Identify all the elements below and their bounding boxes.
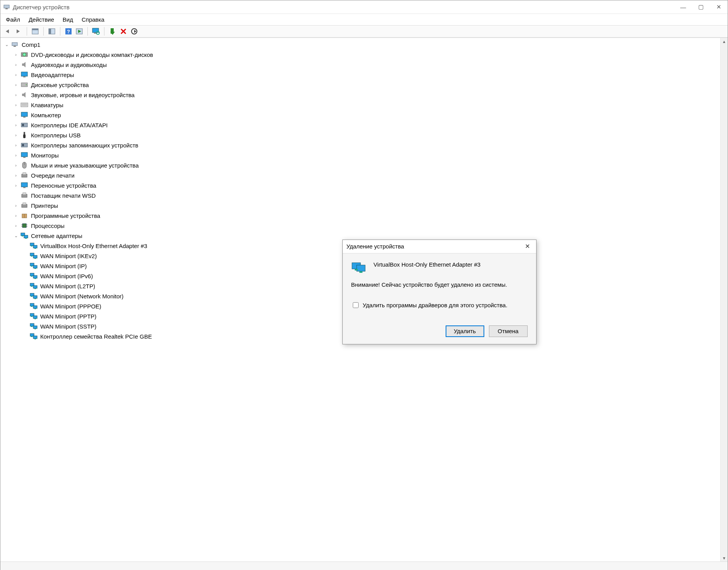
net-icon — [30, 272, 38, 280]
tree-node[interactable]: ›DVD-дисководы и дисководы компакт-диско… — [3, 50, 720, 60]
tree-node[interactable]: ›Видеоадаптеры — [3, 70, 720, 80]
show-hide-tree-button[interactable] — [31, 27, 39, 36]
disc-icon — [21, 51, 28, 58]
tree-node[interactable]: ›Звуковые, игровые и видеоустройства — [3, 90, 720, 100]
scroll-down-button[interactable]: ▼ — [721, 555, 728, 561]
net-icon — [30, 282, 38, 290]
tree-node-label: WAN Miniport (PPTP) — [39, 313, 97, 320]
expand-arrow-icon[interactable]: › — [13, 123, 19, 127]
svg-rect-100 — [34, 329, 36, 329]
cancel-button[interactable]: Отмена — [489, 325, 528, 337]
svg-rect-26 — [21, 72, 27, 76]
svg-rect-12 — [92, 28, 99, 33]
nav-forward-button[interactable] — [14, 27, 23, 36]
titlebar: Диспетчер устройств — ▢ ✕ — [0, 0, 728, 14]
expand-arrow-icon[interactable]: › — [13, 72, 19, 77]
expand-arrow-icon[interactable]: › — [13, 143, 19, 147]
svg-rect-95 — [31, 316, 32, 317]
net-icon — [21, 232, 28, 240]
uninstall-button[interactable] — [119, 27, 128, 36]
nav-back-button[interactable] — [3, 27, 12, 36]
expand-arrow-icon[interactable]: › — [13, 173, 19, 178]
tree-node[interactable]: ›Контроллеры запоминающих устройств — [3, 140, 720, 150]
delete-driver-checkbox-label: Удалить программы драйверов для этого ус… — [363, 302, 508, 308]
svg-rect-48 — [21, 183, 27, 187]
scan-button[interactable] — [92, 27, 100, 36]
tree-node-label: Программные устройства — [30, 212, 101, 219]
uninstall-confirm-button[interactable]: Удалить — [446, 325, 484, 337]
expand-arrow-icon[interactable]: › — [13, 223, 19, 228]
maximize-button[interactable]: ▢ — [692, 0, 710, 14]
scroll-up-button[interactable]: ▲ — [721, 38, 728, 45]
properties-button[interactable] — [48, 27, 56, 36]
menu-справка[interactable]: Справка — [82, 16, 104, 23]
svg-rect-90 — [33, 306, 37, 308]
dialog-close-button[interactable]: ✕ — [523, 243, 532, 250]
expand-arrow-icon[interactable]: › — [13, 153, 19, 157]
enable-button[interactable] — [108, 27, 117, 36]
net-icon — [30, 312, 38, 320]
tree-node[interactable]: ›Очереди печати — [3, 170, 720, 180]
tree-node[interactable]: ›Дисковые устройства — [3, 80, 720, 90]
expand-arrow-icon[interactable]: › — [13, 82, 19, 87]
dialog-warning-text: Внимание! Сейчас устройство будет удален… — [351, 281, 528, 288]
toolbar-separator — [43, 27, 44, 36]
svg-rect-104 — [34, 339, 36, 339]
expand-arrow-icon[interactable]: › — [13, 52, 19, 57]
svg-rect-70 — [33, 255, 37, 258]
menu-вид[interactable]: Вид — [63, 16, 73, 23]
tree-node-label: Компьютер — [30, 111, 62, 119]
net-icon — [30, 332, 38, 340]
tree-node[interactable]: ›Принтеры — [3, 200, 720, 211]
tree-node[interactable]: ›Клавиатуры — [3, 100, 720, 110]
svg-marker-3 — [17, 29, 20, 33]
menu-действие[interactable]: Действие — [29, 16, 54, 23]
tree-node[interactable]: ›Процессоры — [3, 221, 720, 231]
expand-arrow-icon[interactable]: › — [13, 213, 19, 218]
delete-driver-checkbox[interactable] — [353, 302, 359, 308]
svg-rect-88 — [34, 298, 36, 299]
tree-node[interactable]: ⌄Comp1 — [3, 39, 720, 50]
expand-arrow-icon[interactable]: ⌄ — [3, 42, 10, 47]
svg-rect-66 — [33, 245, 37, 248]
tree-node-label: DVD-дисководы и дисководы компакт-дисков — [30, 51, 154, 58]
minimize-button[interactable]: — — [674, 0, 692, 14]
tree-node[interactable]: ›Мыши и иные указывающие устройства — [3, 160, 720, 170]
update-driver-button[interactable] — [130, 27, 138, 36]
expand-arrow-icon[interactable]: › — [13, 113, 19, 117]
tree-node[interactable]: ›Переносные устройства — [3, 180, 720, 190]
tree-node[interactable]: ›Контроллеры USB — [3, 130, 720, 140]
tree-node[interactable]: ›Компьютер — [3, 110, 720, 120]
monitor-icon — [21, 111, 28, 119]
expand-arrow-icon[interactable]: › — [13, 203, 19, 208]
printer-icon — [21, 192, 28, 199]
expand-arrow-icon[interactable]: › — [13, 62, 19, 67]
usb-icon — [21, 131, 28, 139]
expand-arrow-icon[interactable]: › — [13, 103, 19, 107]
svg-rect-51 — [23, 193, 26, 195]
tree-node[interactable]: ›Контроллеры IDE ATA/ATAPI — [3, 120, 720, 130]
tree-node[interactable]: ›Мониторы — [3, 150, 720, 160]
expand-arrow-icon[interactable]: ⌄ — [13, 233, 19, 238]
pc-icon — [11, 41, 19, 48]
expand-arrow-icon[interactable]: › — [13, 92, 19, 97]
monitor-icon — [21, 151, 28, 159]
action-button[interactable] — [75, 27, 84, 36]
svg-rect-21 — [12, 43, 17, 46]
vertical-scrollbar[interactable]: ▲ ▼ — [720, 38, 728, 561]
panel2-icon — [48, 28, 55, 34]
expand-arrow-icon[interactable]: › — [13, 163, 19, 168]
tree-node[interactable]: ›Программные устройства — [3, 211, 720, 221]
tree-node[interactable]: Поставщик печати WSD — [3, 190, 720, 200]
close-button[interactable]: ✕ — [710, 0, 728, 14]
help-button[interactable]: ? — [64, 27, 73, 36]
menu-файл[interactable]: Файл — [6, 16, 20, 23]
expand-arrow-icon[interactable]: › — [13, 133, 19, 137]
tree-node[interactable]: ›Аудиовходы и аудиовыходы — [3, 60, 720, 70]
svg-rect-67 — [31, 246, 32, 246]
expand-arrow-icon[interactable]: › — [13, 183, 19, 188]
panel-play-icon — [76, 28, 83, 34]
tree-node-label: Контроллер семейства Realtek PCIe GBE — [39, 333, 153, 340]
mouse-icon — [21, 161, 28, 169]
delete-driver-checkbox-row[interactable]: Удалить программы драйверов для этого ус… — [351, 301, 528, 309]
